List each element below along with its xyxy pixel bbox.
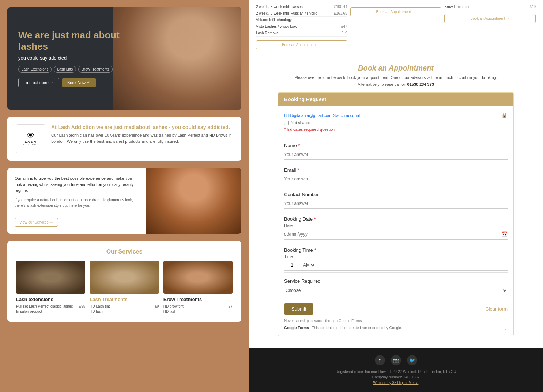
form-footer-note: Never submit passwords through Google Fo…: [284, 319, 508, 323]
service-label: Service Required: [284, 278, 508, 284]
date-input[interactable]: [284, 232, 501, 237]
name-field: Name *: [284, 143, 508, 161]
book-appointment-btn-3[interactable]: Book an Appointment →: [444, 14, 536, 23]
service-row-price-brow-1: £49: [529, 5, 536, 9]
logo-addiction-text: ADDICTION: [23, 144, 38, 146]
contact-input[interactable]: [284, 199, 508, 209]
service-item-2: In salon product: [16, 309, 85, 313]
about-content: At Lash Addiction we are just mad about …: [51, 124, 233, 144]
service-select[interactable]: Choose Lash Extensions Lash Treatments B…: [284, 285, 508, 296]
service-item-lash-treat-2: HD lash: [90, 309, 159, 313]
footer-social: f 📷 🐦: [256, 355, 536, 365]
instagram-icon[interactable]: 📷: [391, 355, 401, 365]
find-out-more-button[interactable]: Find out more →: [18, 78, 59, 87]
tag-lash-lifts[interactable]: Lash Lifts: [54, 66, 76, 73]
book-now-button[interactable]: Book Now 🗗: [62, 78, 96, 87]
submit-button[interactable]: Submit: [284, 303, 313, 315]
google-forms-label: Google Forms: [284, 326, 309, 330]
not-shared-checkbox[interactable]: [284, 121, 289, 125]
service-row-name-5: Lash Removal: [256, 31, 341, 35]
contact-label: Contact Number: [284, 192, 508, 197]
about-section: 👁 LASH ADDICTION At Lash Addiction we ar…: [7, 117, 241, 161]
facebook-icon[interactable]: f: [375, 355, 385, 365]
time-input-wrapper: AM PM: [284, 260, 508, 271]
tag-brow-treatments[interactable]: Brow Treatments: [78, 66, 113, 73]
form-footer: Never submit passwords through Google Fo…: [284, 319, 508, 330]
date-required: *: [314, 216, 316, 222]
name-label: Name *: [284, 143, 508, 148]
service-row-name-2: 2 week / 3 week infill Russian / Hybrid: [256, 11, 334, 15]
service-item-name-b1: HD brow tint: [163, 304, 184, 308]
footer-credit[interactable]: Website by 88 Digital Media: [256, 381, 536, 385]
service-item-name-lt1: HD Lash tint: [90, 304, 110, 308]
site-footer: f 📷 🐦 Registered office: Income Flow ltd…: [249, 348, 543, 392]
switch-account-link[interactable]: Switch account: [333, 113, 360, 118]
google-forms-menu-icon[interactable]: ⋮: [504, 326, 508, 330]
brand-logo: 👁 LASH ADDICTION: [16, 124, 45, 153]
email-divider: [284, 186, 508, 186]
form-shared-row: Not shared: [284, 121, 508, 125]
twitter-icon[interactable]: 🐦: [407, 355, 417, 365]
about-heading-highlight: you could say addicted.: [172, 124, 230, 130]
service-row-price-4: £47: [341, 24, 347, 28]
right-panel: 2 week / 3 week infill classes £100.44 2…: [249, 0, 543, 392]
book-appointment-btn-2[interactable]: Book an Appointment →: [350, 7, 442, 16]
service-col-1: 2 week / 3 week infill classes £100.44 2…: [256, 4, 347, 49]
email-required: *: [297, 167, 299, 173]
mission-image: [146, 168, 241, 234]
time-ampm-select[interactable]: AM PM: [302, 262, 316, 268]
hero-tags: Lash Extensions Lash Lifts Brow Treatmen…: [18, 66, 125, 73]
email-input[interactable]: [284, 174, 508, 184]
mission-text: Our aim is to give you the best possible…: [7, 168, 142, 234]
service-name-brow-treatments: Brow Treatments: [163, 297, 233, 302]
contact-divider: [284, 210, 508, 210]
contact-field: Contact Number: [284, 192, 508, 210]
service-item-name: Full set Lash Perfect classic lashes: [16, 304, 73, 308]
booking-phone-label: Alternatively, please call on: [358, 82, 407, 87]
booking-header: Book an Appointment Please use the form …: [278, 64, 514, 87]
services-table-grid: 2 week / 3 week infill classes £100.44 2…: [256, 4, 536, 49]
form-divider-top: [284, 137, 508, 137]
form-user-row: 888digitalania@gmail.com Switch account …: [284, 112, 508, 118]
form-user-left: 888digitalania@gmail.com Switch account: [284, 112, 360, 118]
time-field: Booking Time * Time AM PM: [284, 247, 508, 273]
service-row-5: Lash Removal £19: [256, 30, 347, 37]
service-image-lash-extensions: [16, 261, 85, 294]
booking-phone-number: 01530 234 373: [407, 82, 434, 87]
form-card-header: Booking Request: [278, 93, 513, 106]
form-actions: Submit Clear form: [284, 303, 508, 315]
tag-lash-extensions[interactable]: Lash Extensions: [18, 66, 52, 73]
hero-text-block: We are just mad about lashes you could s…: [7, 19, 136, 98]
service-item-brow-1: HD brow tint £7: [163, 304, 233, 308]
view-services-button[interactable]: View our Services →: [15, 218, 58, 227]
clear-form-button[interactable]: Clear form: [485, 306, 508, 312]
mission-text-2: If you require a natural enhancement or …: [15, 197, 135, 208]
booking-subtitle: Please use the form below to book your a…: [278, 75, 514, 81]
service-row-2: 2 week / 3 week infill Russian / Hybrid …: [256, 10, 347, 17]
date-label: Booking Date *: [284, 216, 508, 222]
service-item-lash-treat-1: HD Lash tint £9: [90, 304, 159, 308]
mission-content: Our aim is to give you the best possible…: [15, 175, 135, 212]
service-item-price: £95: [79, 304, 86, 308]
service-item-name-lt2: HD lash: [90, 309, 103, 313]
hero-title: We are just mad about lashes: [18, 30, 125, 52]
lock-icon: 🔒: [501, 112, 508, 118]
booking-title-highlight: Appointment: [389, 64, 434, 72]
booking-title-prefix: Book an: [358, 64, 389, 72]
services-title: Our Services: [16, 248, 233, 255]
service-card-brow-treatments: Brow Treatments HD brow tint £7 HD lash: [163, 261, 233, 315]
services-title-prefix: Our: [106, 248, 118, 255]
time-label: Booking Time *: [284, 247, 508, 253]
calendar-icon[interactable]: 📅: [501, 231, 508, 237]
service-row-name-1: 2 week / 3 week infill classes: [256, 5, 334, 9]
booking-phone: Alternatively, please call on 01530 234 …: [278, 82, 514, 87]
time-number-input[interactable]: [284, 263, 299, 268]
time-divider: [284, 272, 508, 273]
email-label: Email *: [284, 167, 508, 173]
book-appointment-btn-1[interactable]: Book an Appointment →: [256, 40, 347, 49]
service-item-brow-2: HD lash: [163, 309, 233, 313]
date-field: Booking Date * Date 📅: [284, 216, 508, 241]
about-heading-text: At Lash Addiction we are just mad about …: [51, 124, 172, 130]
date-divider: [284, 241, 508, 241]
name-input[interactable]: [284, 150, 508, 160]
